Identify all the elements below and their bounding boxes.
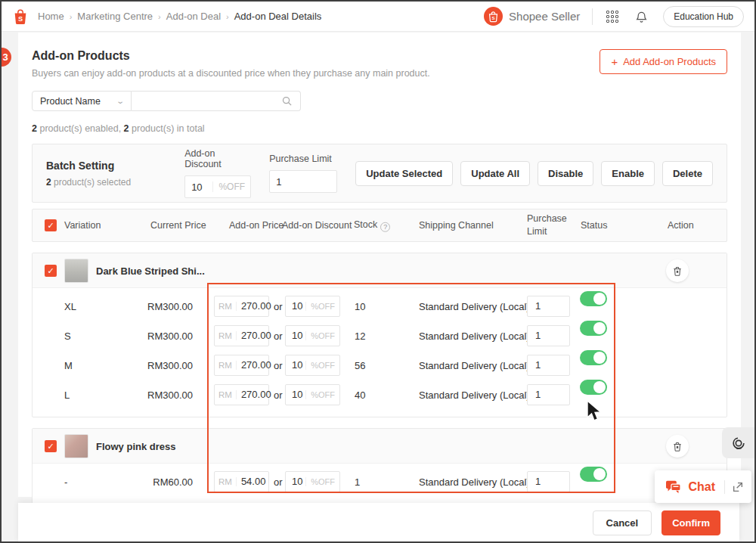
search-type-value: Product Name	[40, 96, 101, 107]
purchase-limit-input[interactable]: 1	[527, 384, 570, 405]
batch-buttons: Update SelectedUpdate AllDisableEnableDe…	[355, 161, 713, 186]
status-toggle[interactable]	[580, 291, 607, 306]
search-type-dropdown[interactable]: Product Name ⌄	[32, 91, 132, 111]
purchase-limit-input[interactable]: 1	[527, 355, 570, 376]
search-icon[interactable]	[281, 95, 293, 107]
batch-enable-button[interactable]: Enable	[601, 161, 655, 186]
education-hub-button[interactable]: Education Hub	[663, 6, 744, 27]
batch-discount-input[interactable]: 10 %OFF	[184, 175, 251, 198]
discount-value: 10	[286, 330, 305, 341]
table-header-row: ✓ VariationCurrent PriceAdd-on PriceAdd-…	[32, 209, 727, 242]
batch-delete-button[interactable]: Delete	[662, 161, 713, 186]
status-toggle[interactable]	[580, 350, 607, 365]
batch-disable-button[interactable]: Disable	[538, 161, 593, 186]
discount-value: 10	[286, 476, 305, 487]
batch-update-selected-button[interactable]: Update Selected	[355, 161, 453, 186]
shopee-seller-logo-icon: S	[484, 7, 503, 26]
addon-discount-input[interactable]: 10%OFF	[285, 355, 340, 376]
purchase-limit-input[interactable]: 1	[527, 471, 570, 492]
search-filter-group: Product Name ⌄	[32, 91, 301, 111]
discount-suffix: %OFF	[305, 477, 339, 486]
addon-price-input[interactable]: RM270.00	[214, 355, 269, 376]
breadcrumb: Home›Marketing Centre›Add-on Deal›Add-on…	[35, 11, 324, 22]
product-checkbox[interactable]: ✓	[45, 265, 57, 277]
chat-bubble-icon	[665, 479, 681, 494]
shipping-channel: Standard Delivery (Local)	[419, 330, 530, 341]
addon-price-value: 54.00	[237, 476, 266, 487]
variation-row: -RM60.00RM54.00or10%OFF1Standard Deliver…	[33, 467, 727, 496]
purchase-limit-value: 1	[528, 359, 541, 371]
app-window: S Home›Marketing Centre›Add-on Deal›Add-…	[0, 0, 756, 543]
discount-value: 10	[286, 359, 305, 371]
variation-name: XL	[64, 300, 76, 312]
breadcrumb-item[interactable]: Add-on Deal	[166, 11, 221, 22]
product-count-summary: 2 product(s) enabled, 2 product(s) in to…	[32, 123, 727, 134]
bell-icon[interactable]	[635, 10, 648, 23]
support-fab[interactable]	[722, 427, 754, 458]
batch-setting-panel: Batch Setting 2 product(s) selected Add-…	[32, 144, 727, 203]
addon-discount-input[interactable]: 10%OFF	[285, 471, 340, 492]
currency-prefix: RM	[215, 390, 237, 399]
status-toggle[interactable]	[580, 321, 607, 336]
addon-price-input[interactable]: RM270.00	[214, 325, 269, 346]
product-card: ✓Dark Blue Striped Shi...XLRM300.00RM270…	[32, 253, 727, 417]
or-text: or	[274, 476, 283, 487]
variation-name: M	[64, 359, 73, 371]
product-thumbnail	[64, 434, 88, 458]
col-header-action: Action	[668, 220, 694, 231]
search-box	[132, 91, 301, 111]
or-text: or	[274, 300, 283, 312]
product-checkbox[interactable]: ✓	[45, 440, 57, 452]
breadcrumb-item[interactable]: Home	[38, 11, 64, 22]
purchase-limit-value: 1	[528, 389, 541, 400]
svg-text:S: S	[491, 15, 494, 20]
discount-suffix: %OFF	[305, 302, 339, 311]
shipping-channel: Standard Delivery (Local)	[419, 359, 530, 371]
product-name: Dark Blue Striped Shi...	[96, 265, 205, 276]
add-addon-products-button[interactable]: + Add Add-on Products	[600, 49, 727, 74]
shopee-bag-icon: S	[12, 8, 29, 25]
cancel-button[interactable]: Cancel	[593, 510, 652, 535]
batch-update-all-button[interactable]: Update All	[460, 161, 530, 186]
addon-discount-input[interactable]: 10%OFF	[285, 296, 340, 317]
purchase-limit-input[interactable]: 1	[527, 296, 570, 317]
discount-value: 10	[286, 389, 305, 400]
addon-price-input[interactable]: RM270.00	[214, 296, 269, 317]
breadcrumb-item[interactable]: Marketing Centre	[77, 11, 153, 22]
discount-suffix: %OFF	[305, 331, 339, 340]
addon-price-input[interactable]: RM54.00	[214, 471, 269, 492]
headset-icon	[730, 435, 747, 451]
current-price: RM300.00	[123, 330, 193, 341]
mouse-cursor	[585, 400, 605, 423]
purchase-limit-input[interactable]: 1	[527, 325, 570, 346]
popout-icon[interactable]	[732, 481, 744, 493]
discount-suffix: %OFF	[305, 390, 339, 399]
apps-grid-icon[interactable]	[606, 11, 618, 23]
product-list: ✓Dark Blue Striped Shi...XLRM300.00RM270…	[32, 253, 727, 504]
add-addon-products-label: Add Add-on Products	[623, 56, 716, 67]
chat-button[interactable]: Chat	[655, 470, 751, 503]
status-toggle[interactable]	[580, 467, 607, 482]
addon-discount-input[interactable]: 10%OFF	[285, 384, 340, 405]
col-header-stock: Stock?	[354, 219, 390, 232]
current-price: RM300.00	[123, 300, 193, 312]
search-input[interactable]	[139, 96, 281, 107]
stock-help-icon[interactable]: ?	[380, 222, 390, 231]
variation-name: -	[64, 476, 67, 487]
batch-discount-label: Add-on Discount	[184, 148, 251, 169]
currency-prefix: RM	[215, 302, 237, 311]
status-toggle[interactable]	[580, 380, 607, 395]
variation-name: S	[64, 330, 71, 341]
col-header-current-price: Current Price	[150, 220, 206, 231]
current-price: RM60.00	[123, 476, 193, 487]
delete-product-button[interactable]	[666, 259, 689, 282]
trash-icon	[672, 265, 683, 277]
batch-limit-input[interactable]: 1	[269, 170, 337, 193]
addon-price-input[interactable]: RM270.00	[214, 384, 269, 405]
delete-product-button[interactable]	[666, 435, 689, 458]
confirm-button[interactable]: Confirm	[662, 510, 720, 535]
stock-value: 10	[355, 300, 365, 312]
addon-discount-input[interactable]: 10%OFF	[285, 325, 340, 346]
col-header-purchase-limit: Purchase Limit	[527, 213, 568, 238]
stock-value: 56	[355, 359, 365, 371]
